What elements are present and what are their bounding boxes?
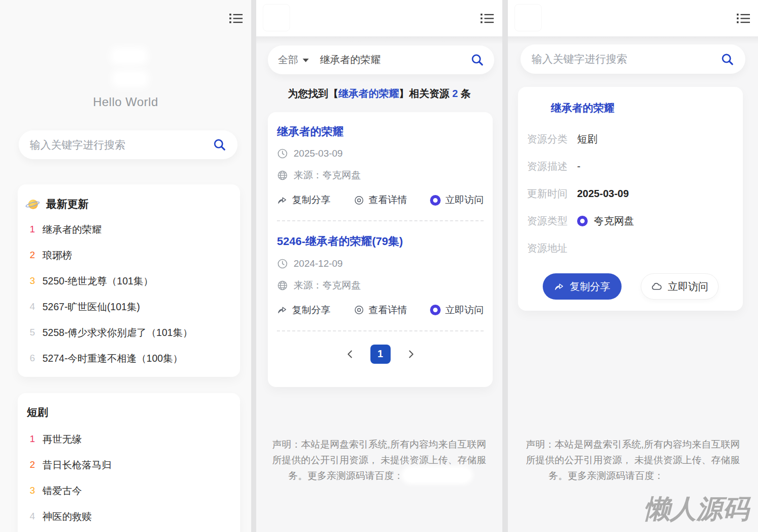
clock-icon	[277, 148, 288, 159]
divider	[277, 330, 484, 331]
list-item[interactable]: 45267-旷世医仙(101集)	[27, 300, 231, 313]
detail-search-bar	[520, 44, 745, 74]
home-panel: Hello World 最新更新 1继承者的荣耀 2琅琊榜 35250-绝世龙尊…	[0, 0, 251, 532]
field-resource-type: 资源类型 夸克网盘	[527, 214, 734, 228]
card-title: 最新更新	[46, 197, 88, 211]
divider	[277, 220, 484, 221]
result-source: 来源：夸克网盘	[277, 169, 484, 182]
site-logo	[263, 4, 290, 31]
result-item: 5246-继承者的荣耀(79集) 2024-12-09 来源：夸克网盘 复制分享…	[277, 235, 484, 331]
home-search-bar	[19, 130, 238, 159]
quark-disk-icon	[577, 216, 588, 226]
search-results-panel: 全部 为您找到【继承者的荣耀】相关资源 2 条 继承者的荣耀 2025-03-0…	[256, 0, 502, 532]
shorts-card: 短剧 1再世无缘 2昔日长枪落马归 3错爱古今 4神医的救赎	[18, 393, 240, 532]
view-detail-link[interactable]: 查看详情	[354, 194, 407, 207]
globe-icon	[277, 170, 288, 181]
category-filter[interactable]: 全部	[278, 53, 309, 67]
menu-icon[interactable]	[737, 13, 750, 26]
site-logo	[115, 73, 145, 84]
site-logo	[114, 51, 144, 62]
list-item[interactable]: 4神医的救赎	[27, 510, 231, 523]
resource-title: 继承者的荣耀	[551, 101, 734, 115]
eye-icon	[354, 305, 364, 315]
pagination: 1	[277, 345, 484, 364]
field-resource-url: 资源地址	[527, 241, 734, 255]
disclaimer-text: 声明：本站是网盘索引系统,所有内容均来自互联网所提供的公开引用资源， 未提供资源…	[268, 437, 491, 483]
shorts-list: 1再世无缘 2昔日长枪落马归 3错爱古今 4神医的救赎	[27, 432, 231, 523]
results-card: 继承者的荣耀 2025-03-09 来源：夸克网盘 复制分享 查看详情	[268, 112, 493, 387]
planet-icon	[27, 198, 39, 211]
search-icon[interactable]	[213, 138, 226, 152]
menu-icon[interactable]	[481, 13, 494, 26]
menu-icon[interactable]	[229, 13, 243, 26]
quark-disk-icon	[430, 195, 441, 206]
latest-updates-card: 最新更新 1继承者的荣耀 2琅琊榜 35250-绝世龙尊（101集） 45267…	[18, 184, 240, 377]
visit-link[interactable]: 立即访问	[430, 304, 484, 317]
clock-icon	[277, 258, 288, 269]
quark-disk-icon	[430, 305, 441, 315]
search-icon[interactable]	[721, 53, 734, 66]
search-input[interactable]	[320, 54, 470, 66]
result-title-link[interactable]: 继承者的荣耀	[277, 125, 484, 138]
visit-link[interactable]: 立即访问	[430, 194, 484, 207]
list-item[interactable]: 2琅琊榜	[27, 249, 231, 262]
list-item[interactable]: 65274-今时重逢不相逢（100集）	[27, 352, 231, 365]
copy-share-link[interactable]: 复制分享	[277, 304, 330, 317]
result-item: 继承者的荣耀 2025-03-09 来源：夸克网盘 复制分享 查看详情	[277, 125, 484, 221]
header-bar	[508, 0, 758, 36]
eye-icon	[354, 195, 364, 206]
chevron-down-icon	[303, 59, 309, 62]
resource-detail-panel: 继承者的荣耀 资源分类 短剧 资源描述 - 更新时间 2025-03-09 资源…	[508, 0, 758, 532]
search-icon[interactable]	[470, 53, 484, 67]
result-title-link[interactable]: 5246-继承者的荣耀(79集)	[277, 235, 484, 248]
visit-button[interactable]: 立即访问	[641, 273, 719, 300]
header-bar	[256, 0, 502, 36]
search-input[interactable]	[30, 139, 213, 151]
share-icon	[277, 195, 288, 206]
resource-detail-card: 继承者的荣耀 资源分类 短剧 资源描述 - 更新时间 2025-03-09 资源…	[518, 87, 743, 311]
cloud-icon	[651, 281, 662, 293]
field-update-time: 更新时间 2025-03-09	[527, 186, 734, 201]
next-page-button[interactable]	[406, 349, 416, 359]
watermark: 懒人源码	[644, 492, 749, 527]
results-search-bar: 全部	[268, 45, 494, 74]
list-item[interactable]: 55258-傅少求求你别虐了（101集）	[27, 326, 231, 339]
view-detail-link[interactable]: 查看详情	[354, 304, 407, 317]
list-item[interactable]: 3错爱古今	[27, 484, 231, 497]
list-item[interactable]: 35250-绝世龙尊（101集）	[27, 274, 231, 287]
card-title: 短剧	[27, 405, 48, 419]
share-icon	[554, 281, 564, 292]
share-icon	[277, 305, 288, 315]
latest-list: 1继承者的荣耀 2琅琊榜 35250-绝世龙尊（101集） 45267-旷世医仙…	[27, 223, 231, 365]
disclaimer-text: 声明：本站是网盘索引系统,所有内容均来自互联网所提供的公开引用资源， 未提供资源…	[522, 437, 744, 483]
list-item[interactable]: 2昔日长枪落马归	[27, 458, 231, 471]
result-count-note: 为您找到【继承者的荣耀】相关资源 2 条	[256, 87, 502, 101]
result-source: 来源：夸克网盘	[277, 279, 484, 292]
copy-share-link[interactable]: 复制分享	[277, 194, 330, 207]
field-description: 资源描述 -	[527, 159, 734, 173]
list-item[interactable]: 1继承者的荣耀	[27, 223, 231, 236]
prev-page-button[interactable]	[345, 349, 355, 359]
site-logo	[514, 4, 542, 31]
result-date: 2024-12-09	[277, 258, 484, 269]
site-title: Hello World	[0, 95, 251, 109]
list-item[interactable]: 1再世无缘	[27, 432, 231, 446]
search-input[interactable]	[532, 53, 721, 65]
field-category: 资源分类 短剧	[527, 132, 734, 146]
copy-share-button[interactable]: 复制分享	[543, 273, 622, 300]
globe-icon	[277, 280, 288, 291]
censored-text	[404, 468, 470, 482]
current-page-button[interactable]: 1	[370, 345, 391, 364]
result-date: 2025-03-09	[277, 148, 484, 159]
